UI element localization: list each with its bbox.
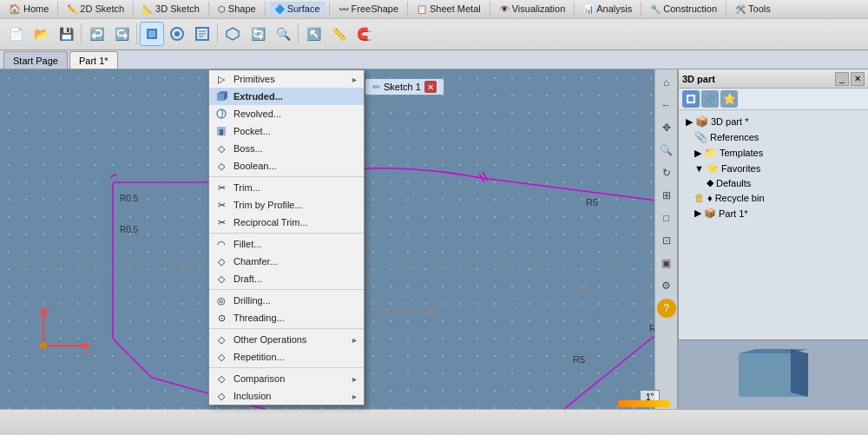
svg-marker-26 xyxy=(428,309,438,316)
pan-icon[interactable]: ✥ xyxy=(657,118,676,137)
menu-item-boss[interactable]: ◇ Boss... xyxy=(209,140,364,157)
sep9 xyxy=(641,2,641,16)
tool-measure[interactable]: 📏 xyxy=(326,22,351,46)
menu-item-fillet[interactable]: ◠ Fillet... xyxy=(209,235,364,253)
tree-item-defaults[interactable]: ◆ Defaults xyxy=(682,175,865,190)
panel-content: ▶ 📦 3D part * 📎 References ▶ 📁 Templates… xyxy=(679,110,868,224)
menu-item-comparison[interactable]: ◇ Comparison ▸ xyxy=(209,370,364,387)
menu-item-trim-by-profile[interactable]: ✂ Trim by Profile... xyxy=(209,196,364,214)
panel-thumbnail xyxy=(679,339,868,409)
tree-item-part1[interactable]: ▶ 📦 Part 1* xyxy=(682,206,865,221)
menu-item-repetition[interactable]: ◇ Repetition... xyxy=(209,348,364,366)
right-panel: 3D part _ ✕ 📎 ⭐ ▶ 📦 3D part * 📎 Referenc… xyxy=(677,69,868,409)
fit-all-icon[interactable]: ⊞ xyxy=(657,186,676,205)
icon-bar: 📄 📂 💾 ↩️ ↪️ 🔄 🔍 ↖️ 📏 🧲 xyxy=(0,19,868,49)
tab-start-page[interactable]: Start Page xyxy=(3,51,68,69)
menu-item-chamfer[interactable]: ◇ Chamfer... xyxy=(209,253,364,270)
panel-icon-2[interactable]: 📎 xyxy=(701,90,719,108)
menu-item-reciprocal-trim[interactable]: ✂ Reciprocal Trim... xyxy=(209,214,364,231)
tree-item-references[interactable]: 📎 References xyxy=(682,129,865,145)
settings-icon[interactable]: ⚙ xyxy=(657,276,676,295)
menu-2dsketch[interactable]: ✏️ 2D Sketch xyxy=(62,2,129,16)
tool-save[interactable]: 💾 xyxy=(54,22,78,46)
menu-item-pocket[interactable]: Pocket... xyxy=(209,122,364,140)
menu-item-threading[interactable]: ⊙ Threading... xyxy=(209,309,364,326)
sep2 xyxy=(133,2,134,16)
menu-item-trim[interactable]: ✂ Trim... xyxy=(209,179,364,196)
axis-indicator: y x xyxy=(26,302,95,357)
tool-3dpart[interactable] xyxy=(140,22,164,46)
panel-icon-3[interactable]: ⭐ xyxy=(720,90,738,108)
svg-rect-1 xyxy=(148,30,155,37)
view-front-icon[interactable]: □ xyxy=(657,208,676,227)
svg-text:x: x xyxy=(85,348,89,354)
view-prev-icon[interactable]: ← xyxy=(657,96,676,115)
svg-rect-47 xyxy=(217,94,224,101)
view-home-icon[interactable]: ⌂ xyxy=(657,73,676,92)
tree-item-3dpart[interactable]: ▶ 📦 3D part * xyxy=(682,114,865,129)
svg-line-15 xyxy=(560,339,651,409)
zoom-in-icon[interactable]: 🔍 xyxy=(657,141,676,160)
tool-open[interactable]: 📂 xyxy=(29,22,53,46)
right-side-icons: ⌂ ← ✥ 🔍 ↻ ⊞ □ ⊡ ▣ ⚙ ? xyxy=(654,69,677,409)
svg-point-32 xyxy=(184,265,189,270)
tool-rotate[interactable]: 🔄 xyxy=(246,22,270,46)
tree-item-templates[interactable]: ▶ 📁 Templates xyxy=(682,145,865,161)
toolbar: 🏠 Home ✏️ 2D Sketch 📐 3D Sketch ⬡ Shape … xyxy=(0,0,868,50)
menu-shape[interactable]: ⬡ Shape xyxy=(213,2,261,16)
svg-line-19 xyxy=(483,172,488,181)
tree-item-favorites[interactable]: ▼ ⭐ Favorites xyxy=(682,161,865,175)
tool-snap[interactable]: 🧲 xyxy=(352,22,376,46)
menu-3dsketch[interactable]: 📐 3D Sketch xyxy=(137,2,205,16)
tab-bar: Start Page Part 1* xyxy=(0,50,868,69)
tree-item-recyclebin[interactable]: 🗑 ♦ Recycle bin xyxy=(682,190,865,206)
rotate3d-icon[interactable]: ↻ xyxy=(657,163,676,182)
tool-zoom-fit[interactable]: 🔍 xyxy=(271,22,295,46)
inclusion-submenu-arrow: ▸ xyxy=(352,392,357,401)
tool-new[interactable]: 📄 xyxy=(3,22,28,46)
inclusion-icon: ◇ xyxy=(214,389,228,403)
menu-item-other-operations[interactable]: ◇ Other Operations ▸ xyxy=(209,331,364,348)
menu-divider-1 xyxy=(209,176,364,177)
tool-assembly[interactable] xyxy=(165,22,189,46)
panel-header: 3D part _ ✕ xyxy=(679,69,868,89)
tool-drawing[interactable] xyxy=(190,22,214,46)
panel-icon-1[interactable] xyxy=(682,90,700,108)
svg-rect-52 xyxy=(220,129,223,135)
sep1 xyxy=(57,2,58,16)
view-right-icon[interactable]: ▣ xyxy=(657,254,676,273)
sep8 xyxy=(574,2,575,16)
tool-view-iso[interactable] xyxy=(220,22,245,46)
menu-construction[interactable]: 🔧 Construction xyxy=(645,2,722,16)
svg-rect-54 xyxy=(688,96,694,102)
trim-icon: ✂ xyxy=(214,181,228,194)
menu-analysis[interactable]: 📊 Analysis xyxy=(578,2,637,16)
menu-item-draft[interactable]: ◇ Draft... xyxy=(209,270,364,287)
menu-surface[interactable]: 🔷 Surface xyxy=(269,2,326,16)
svg-point-3 xyxy=(174,31,180,36)
svg-point-43 xyxy=(40,342,47,349)
menu-visualization[interactable]: 👁️ Visualization xyxy=(494,2,571,16)
menu-item-primitives[interactable]: ▷ Primitives ▸ xyxy=(209,70,364,88)
panel-minimize[interactable]: _ xyxy=(835,72,849,86)
view-top-icon[interactable]: ⊡ xyxy=(657,231,676,250)
menu-tools[interactable]: 🛠️ Tools xyxy=(730,2,776,16)
reciprocal-trim-icon: ✂ xyxy=(214,215,228,229)
menu-item-extruded[interactable]: Extruded... xyxy=(209,88,364,105)
tool-select[interactable]: ↖️ xyxy=(301,22,326,46)
menu-item-drilling[interactable]: ◎ Drilling... xyxy=(209,292,364,309)
tab-part1[interactable]: Part 1* xyxy=(69,51,118,69)
menu-item-boolean[interactable]: ◇ Boolean... xyxy=(209,157,364,175)
panel-close[interactable]: ✕ xyxy=(851,72,865,86)
menu-item-inclusion[interactable]: ◇ Inclusion ▸ xyxy=(209,387,364,405)
menu-sheetmetal[interactable]: 📋 Sheet Metal xyxy=(411,2,486,16)
menu-home[interactable]: 🏠 Home xyxy=(3,2,54,16)
other-operations-icon: ◇ xyxy=(214,333,228,346)
menu-freeshape[interactable]: 〰️ FreeShape xyxy=(333,2,404,16)
tool-undo[interactable]: ↩️ xyxy=(84,22,108,46)
menu-item-revolved[interactable]: Revolved... xyxy=(209,105,364,122)
svg-text:R5: R5 xyxy=(573,354,585,365)
help-icon[interactable]: ? xyxy=(657,299,676,318)
tool-redo[interactable]: ↪️ xyxy=(109,22,134,46)
svg-text:R0.5: R0.5 xyxy=(120,225,139,234)
